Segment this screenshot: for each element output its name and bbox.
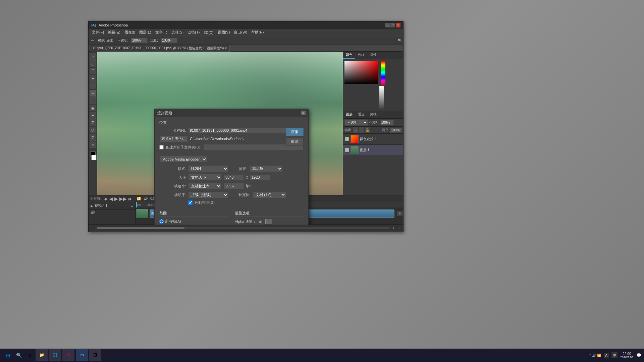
mute-icon[interactable]: 🔊 <box>91 210 95 214</box>
next-frame-btn[interactable]: ▶▶ <box>119 196 127 201</box>
lock-pixels-icon[interactable]: ⬚ <box>353 127 358 133</box>
pen-tool[interactable]: ✒ <box>90 112 96 119</box>
size-mode-select[interactable]: 文档大小 <box>188 174 222 181</box>
layer-opacity-input[interactable] <box>380 120 394 125</box>
menu-layer[interactable]: 图层(L) <box>137 29 153 36</box>
ime-indicator[interactable]: A <box>604 353 609 358</box>
menu-window[interactable]: 窗口(W) <box>232 29 249 36</box>
layer-item-1[interactable]: 👁 图层 1 <box>343 145 403 156</box>
tab-paths[interactable]: 路径 <box>367 111 379 118</box>
menu-type[interactable]: 文字(T) <box>153 29 169 36</box>
cancel-button[interactable]: 取消 <box>286 137 304 146</box>
tab-color[interactable]: 颜色 <box>343 52 355 59</box>
field-order-select[interactable]: 持续（连续） <box>188 191 228 198</box>
blend-mode-select[interactable]: 不透明 <box>344 119 368 126</box>
lock-all-icon[interactable]: 🔒 <box>365 127 370 133</box>
tab-properties[interactable]: 属性 <box>367 52 379 59</box>
timeline-scrollbar[interactable] <box>97 227 389 229</box>
preset-select[interactable]: 高品质 <box>249 165 283 172</box>
menu-3d[interactable]: 3D(D) <box>202 30 215 35</box>
notification-icon[interactable]: 💬 <box>636 353 641 358</box>
loop-icon[interactable]: 🔁 <box>137 197 141 200</box>
add-track-button[interactable]: + <box>397 211 402 216</box>
alpha-bar[interactable] <box>379 86 384 110</box>
tool-indicator: ✏ <box>90 38 95 43</box>
menu-image[interactable]: 图像(I) <box>122 29 137 36</box>
tab-filename: Output_Q360_20191007_101931_000000_0001.… <box>93 46 227 51</box>
timeline-zoom-out[interactable]: − <box>91 225 94 231</box>
zoom-tool[interactable]: ⊕ <box>90 141 96 148</box>
search-button[interactable]: 🔍 <box>14 351 23 360</box>
color-mgmt-checkbox[interactable] <box>188 200 193 205</box>
format-select[interactable]: H.264 <box>188 165 228 172</box>
subfolder-checkbox[interactable] <box>159 145 164 149</box>
tab-swatches[interactable]: 色板 <box>355 52 367 59</box>
fps-mode-select[interactable]: 文档帧速率 <box>188 183 222 189</box>
menu-select[interactable]: 选择(S) <box>169 29 186 36</box>
clock[interactable]: 22:00 2020/12/2 <box>620 352 634 359</box>
add-media-button[interactable]: + <box>398 225 400 231</box>
flow-input[interactable] <box>161 38 177 43</box>
lock-move-icon[interactable]: ↔ <box>359 127 364 133</box>
dialog-close-button[interactable]: × <box>301 111 306 115</box>
office-app[interactable]: O <box>62 349 74 361</box>
width-input[interactable] <box>224 174 244 180</box>
fill-input[interactable] <box>390 128 402 133</box>
goto-start-btn[interactable]: ⏮ <box>103 196 108 201</box>
layer-visibility-1[interactable]: 👁 <box>345 148 349 152</box>
lasso-tool[interactable]: ⌒ <box>90 68 96 74</box>
layer-visibility-0[interactable]: 👁 <box>345 137 349 141</box>
tab-layers[interactable]: 图层 <box>343 111 355 118</box>
expand-track-icon[interactable]: ▶ <box>91 204 93 208</box>
gradient-tool[interactable]: ▣ <box>90 105 96 111</box>
audio-icon[interactable]: 🔊 <box>144 197 148 200</box>
minimize-button[interactable]: ─ <box>385 23 390 27</box>
lang-indicator[interactable]: 中 <box>611 352 618 358</box>
selection-tool[interactable]: ⬚ <box>90 60 96 67</box>
search-icon[interactable]: 🔍 <box>398 39 402 42</box>
render-button[interactable]: 渲染 <box>286 128 304 136</box>
move-tool[interactable]: ↔ <box>90 53 96 60</box>
start-button[interactable]: ⊞ <box>3 350 13 360</box>
fps-input[interactable] <box>224 183 244 189</box>
menu-file[interactable]: 文件(F) <box>90 29 106 36</box>
eyedropper-tool[interactable]: ⚗ <box>90 134 96 141</box>
goto-end-btn[interactable]: ⏭ <box>128 196 133 201</box>
select-folder-button[interactable]: 选择文件夹(F)... <box>159 135 188 142</box>
magic-wand-tool[interactable]: ✦ <box>90 75 96 82</box>
bg-color-swatch[interactable] <box>91 155 97 160</box>
photoshop-app[interactable]: Ps <box>76 349 88 361</box>
track-options-icon[interactable]: ≡ <box>131 203 133 208</box>
playhead[interactable] <box>136 202 137 207</box>
encoder-header: Adobe Media Encoder <box>159 156 304 163</box>
prev-frame-btn[interactable]: ◀ <box>109 196 113 201</box>
crop-tool[interactable]: ⊡ <box>90 82 96 89</box>
maximize-button[interactable]: □ <box>390 23 395 27</box>
brush-tool[interactable]: ✏ <box>90 90 96 97</box>
hue-bar[interactable] <box>381 61 385 85</box>
explorer-app[interactable]: 📁 <box>36 349 48 361</box>
menu-edit[interactable]: 编辑(E) <box>106 29 122 36</box>
encoder-select[interactable]: Adobe Media Encoder <box>159 156 207 163</box>
task-view-button[interactable]: ⧉ <box>25 351 34 360</box>
height-input[interactable] <box>250 174 270 180</box>
close-button[interactable]: × <box>396 23 400 27</box>
timeline-zoom-in[interactable]: + <box>392 225 395 231</box>
menu-help[interactable]: 帮助(H) <box>249 29 266 36</box>
type-tool[interactable]: T <box>90 119 96 126</box>
all-frames-radio[interactable] <box>159 219 164 224</box>
shape-tool[interactable]: ⬡ <box>90 127 96 133</box>
menu-filter[interactable]: 滤镜(T) <box>185 29 202 36</box>
menu-view[interactable]: 视图(V) <box>216 29 232 36</box>
layer-item-0[interactable]: 👁 颜色查找 1 <box>343 134 403 145</box>
document-tab[interactable]: Output_Q360_20191007_101931_000000_0001.… <box>90 45 230 52</box>
aspect-select[interactable]: 文档 (1.0) <box>253 191 286 198</box>
eraser-tool[interactable]: ◻ <box>90 97 96 104</box>
edge-app[interactable]: 🌐 <box>49 349 61 361</box>
color-gradient-box[interactable] <box>344 61 378 84</box>
tab-channels[interactable]: 通道 <box>355 111 367 118</box>
play-btn[interactable]: ▶ <box>114 196 118 201</box>
opacity-input[interactable] <box>131 38 148 43</box>
subfolder-row: 创建新的子文件夹(U): <box>159 144 304 150</box>
photos-app[interactable]: 🖼 <box>89 349 101 361</box>
